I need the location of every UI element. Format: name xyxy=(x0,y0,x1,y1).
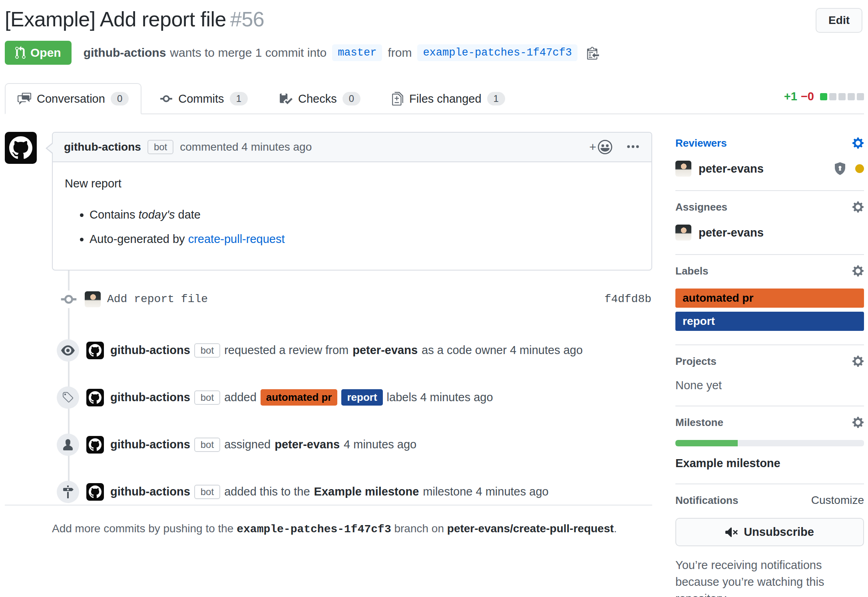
pr-tabs: Conversation 0 Commits 1 Checks 0 Files … xyxy=(5,83,864,114)
bot-badge: bot xyxy=(194,485,220,499)
event-author[interactable]: github-actions xyxy=(110,438,190,451)
diffstat: +1 −0 xyxy=(784,90,864,113)
tab-checks[interactable]: Checks 0 xyxy=(266,83,373,114)
copy-branch-icon[interactable] xyxy=(587,46,599,60)
gear-icon[interactable] xyxy=(852,137,864,149)
pr-number: #56 xyxy=(230,8,264,31)
customize-link[interactable]: Customize xyxy=(811,494,864,507)
eye-icon xyxy=(57,339,79,362)
event-text: github-actions bot requested a review fr… xyxy=(110,343,583,358)
label-report[interactable]: report xyxy=(675,312,864,331)
event-text: github-actions bot added automated pr re… xyxy=(110,389,493,406)
checklist-icon xyxy=(279,92,293,105)
commit-message[interactable]: Add report file xyxy=(107,293,208,305)
event-author[interactable]: github-actions xyxy=(110,391,190,404)
tab-files-changed-count: 1 xyxy=(487,92,505,105)
projects-header[interactable]: Projects xyxy=(675,355,864,368)
notifications-section: Notifications Customize Unsubscribe You’… xyxy=(675,484,864,597)
labels-header[interactable]: Labels xyxy=(675,265,864,277)
tab-conversation-count: 0 xyxy=(111,92,129,105)
event-author[interactable]: github-actions xyxy=(110,344,190,357)
github-actions-avatar[interactable] xyxy=(86,342,104,359)
unsubscribe-button[interactable]: Unsubscribe xyxy=(675,518,864,546)
person-icon xyxy=(57,434,79,456)
assignees-title: Assignees xyxy=(675,201,727,213)
kebab-menu-button[interactable] xyxy=(626,140,640,154)
bot-badge: bot xyxy=(194,438,220,452)
github-actions-avatar[interactable] xyxy=(5,132,37,164)
comment-discussion-icon xyxy=(18,92,31,105)
edit-button[interactable]: Edit xyxy=(816,8,862,33)
git-commit-icon xyxy=(160,92,173,105)
gear-icon[interactable] xyxy=(852,355,864,368)
github-actions-avatar[interactable] xyxy=(86,483,104,501)
tab-commits-count: 1 xyxy=(230,92,248,105)
notifications-caption: You’re receiving notifications because y… xyxy=(675,557,864,597)
milestone-progress-bar xyxy=(675,440,864,446)
comment-bullet-1: Contains today's date xyxy=(90,206,639,224)
event-review-requested: github-actions bot requested a review fr… xyxy=(5,339,652,362)
pr-author[interactable]: github-actions xyxy=(84,46,166,60)
reviewer-avatar[interactable] xyxy=(675,161,691,177)
event-actor[interactable]: peter-evans xyxy=(275,438,340,451)
milestone-section: Milestone Example milestone xyxy=(675,406,864,484)
reviewers-header[interactable]: Reviewers xyxy=(675,137,864,149)
reviewers-section: Reviewers peter-evans xyxy=(675,132,864,191)
label-automated-pr[interactable]: automated pr xyxy=(261,389,338,406)
event-actor[interactable]: peter-evans xyxy=(352,344,418,357)
comment-bullet-2: Auto-generated by create-pull-request xyxy=(90,231,639,248)
tab-conversation[interactable]: Conversation 0 xyxy=(5,83,141,114)
gear-icon[interactable] xyxy=(852,201,864,213)
footer-repo[interactable]: peter-evans/create-pull-request xyxy=(447,522,614,535)
comment-body: New report Contains today's date Auto-ge… xyxy=(53,162,651,270)
state-badge: Open xyxy=(5,41,72,65)
smiley-icon xyxy=(598,140,612,154)
gear-icon[interactable] xyxy=(852,416,864,429)
pr-title-text: [Example] Add report file xyxy=(5,8,226,31)
comment-author[interactable]: github-actions xyxy=(64,141,141,153)
unsubscribe-label: Unsubscribe xyxy=(744,525,814,539)
event-milestone-name[interactable]: Example milestone xyxy=(314,485,419,498)
committer-avatar[interactable] xyxy=(85,291,101,307)
assignee-row: peter-evans xyxy=(675,225,864,241)
tab-checks-label: Checks xyxy=(298,92,337,105)
comment-meta: commented 4 minutes ago xyxy=(180,141,312,153)
tab-files-changed-label: Files changed xyxy=(409,92,482,105)
event-labeled: github-actions bot added automated pr re… xyxy=(5,386,652,409)
diffstat-deletions: −0 xyxy=(801,90,814,103)
discussion-column: github-actions bot commented 4 minutes a… xyxy=(5,132,652,597)
milestone-header[interactable]: Milestone xyxy=(675,416,864,429)
reviewer-row: peter-evans xyxy=(675,161,864,177)
state-badge-label: Open xyxy=(30,46,61,60)
tab-files-changed[interactable]: Files changed 1 xyxy=(379,83,518,114)
label-automated-pr[interactable]: automated pr xyxy=(675,289,864,308)
comment-intro: New report xyxy=(65,175,639,193)
label-report[interactable]: report xyxy=(341,389,382,406)
shield-lock-icon xyxy=(834,161,846,176)
gear-icon[interactable] xyxy=(852,265,864,277)
assignee-avatar[interactable] xyxy=(675,225,691,241)
head-branch-chip[interactable]: example-patches-1f47cf3 xyxy=(417,44,577,61)
bot-badge: bot xyxy=(194,390,220,405)
pr-content: github-actions bot commented 4 minutes a… xyxy=(5,132,864,597)
event-author[interactable]: github-actions xyxy=(110,485,190,498)
diffstat-block xyxy=(829,93,836,100)
assignee-name[interactable]: peter-evans xyxy=(699,226,764,239)
add-reaction-button[interactable]: + xyxy=(589,140,612,154)
pr-header: [Example] Add report file#56 Edit Open g… xyxy=(5,7,864,65)
notifications-title: Notifications xyxy=(675,494,738,507)
commit-sha[interactable]: f4dfd8b xyxy=(604,293,651,305)
labels-title: Labels xyxy=(675,265,708,277)
diffstat-block xyxy=(848,93,855,100)
reviewer-name[interactable]: peter-evans xyxy=(699,162,764,175)
reviewers-title: Reviewers xyxy=(675,137,727,149)
tab-commits[interactable]: Commits 1 xyxy=(147,83,261,114)
diffstat-additions: +1 xyxy=(784,90,797,103)
create-pull-request-link[interactable]: create-pull-request xyxy=(188,233,285,245)
assignees-header[interactable]: Assignees xyxy=(675,201,864,213)
github-actions-avatar[interactable] xyxy=(86,436,104,454)
milestone-name[interactable]: Example milestone xyxy=(675,457,864,470)
github-actions-avatar[interactable] xyxy=(86,389,104,406)
event-assigned: github-actions bot assigned peter-evans … xyxy=(5,434,652,456)
base-branch-chip[interactable]: master xyxy=(332,44,382,61)
